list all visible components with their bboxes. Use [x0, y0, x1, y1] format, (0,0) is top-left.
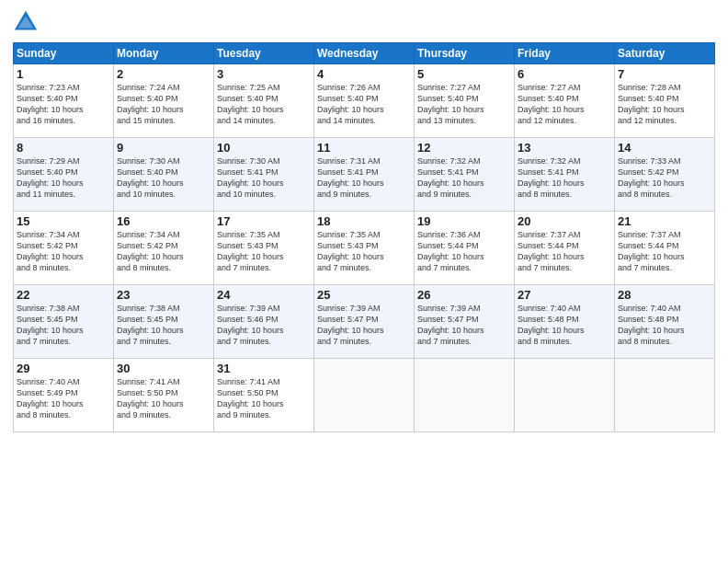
calendar-cell	[515, 359, 615, 432]
day-number: 9	[117, 141, 210, 155]
day-number: 29	[17, 362, 110, 375]
calendar-cell: 17Sunrise: 7:35 AM Sunset: 5:43 PM Dayli…	[214, 212, 314, 285]
day-number: 24	[217, 288, 311, 302]
calendar-cell: 1Sunrise: 7:23 AM Sunset: 5:40 PM Daylig…	[14, 64, 114, 138]
calendar-cell: 5Sunrise: 7:27 AM Sunset: 5:40 PM Daylig…	[415, 64, 515, 138]
calendar-cell: 25Sunrise: 7:39 AM Sunset: 5:47 PM Dayli…	[314, 285, 415, 359]
day-number: 17	[217, 214, 311, 228]
calendar-cell: 3Sunrise: 7:25 AM Sunset: 5:40 PM Daylig…	[214, 64, 314, 138]
day-info: Sunrise: 7:35 AM Sunset: 5:43 PM Dayligh…	[217, 229, 311, 274]
day-info: Sunrise: 7:39 AM Sunset: 5:47 PM Dayligh…	[417, 303, 511, 348]
calendar-cell: 20Sunrise: 7:37 AM Sunset: 5:44 PM Dayli…	[515, 212, 615, 285]
calendar-cell: 23Sunrise: 7:38 AM Sunset: 5:45 PM Dayli…	[114, 285, 214, 359]
day-number: 27	[518, 288, 611, 302]
day-number: 11	[317, 141, 411, 155]
calendar-cell: 8Sunrise: 7:29 AM Sunset: 5:40 PM Daylig…	[14, 138, 114, 212]
day-number: 10	[217, 141, 311, 155]
day-number: 23	[117, 288, 210, 302]
calendar-week-1: 8Sunrise: 7:29 AM Sunset: 5:40 PM Daylig…	[14, 138, 715, 212]
day-number: 14	[618, 141, 711, 155]
day-info: Sunrise: 7:32 AM Sunset: 5:41 PM Dayligh…	[518, 155, 611, 201]
calendar-cell: 16Sunrise: 7:34 AM Sunset: 5:42 PM Dayli…	[114, 212, 214, 285]
calendar-cell: 22Sunrise: 7:38 AM Sunset: 5:45 PM Dayli…	[14, 285, 114, 359]
calendar-cell: 26Sunrise: 7:39 AM Sunset: 5:47 PM Dayli…	[415, 285, 515, 359]
day-info: Sunrise: 7:23 AM Sunset: 5:40 PM Dayligh…	[17, 82, 110, 127]
day-number: 21	[618, 214, 711, 228]
day-info: Sunrise: 7:24 AM Sunset: 5:40 PM Dayligh…	[117, 82, 210, 127]
day-info: Sunrise: 7:34 AM Sunset: 5:42 PM Dayligh…	[117, 229, 210, 274]
day-info: Sunrise: 7:40 AM Sunset: 5:48 PM Dayligh…	[518, 303, 611, 348]
calendar-header-sunday: Sunday	[14, 43, 114, 64]
calendar-week-4: 29Sunrise: 7:40 AM Sunset: 5:49 PM Dayli…	[14, 359, 715, 432]
day-number: 19	[417, 214, 511, 228]
calendar-cell: 7Sunrise: 7:28 AM Sunset: 5:40 PM Daylig…	[615, 64, 715, 138]
calendar-week-2: 15Sunrise: 7:34 AM Sunset: 5:42 PM Dayli…	[14, 212, 715, 285]
calendar-cell: 11Sunrise: 7:31 AM Sunset: 5:41 PM Dayli…	[314, 138, 415, 212]
calendar-cell: 27Sunrise: 7:40 AM Sunset: 5:48 PM Dayli…	[515, 285, 615, 359]
calendar-header-monday: Monday	[114, 43, 214, 64]
day-info: Sunrise: 7:41 AM Sunset: 5:50 PM Dayligh…	[217, 376, 311, 421]
calendar-cell: 31Sunrise: 7:41 AM Sunset: 5:50 PM Dayli…	[214, 359, 314, 432]
calendar-header-wednesday: Wednesday	[314, 43, 415, 64]
calendar-cell: 4Sunrise: 7:26 AM Sunset: 5:40 PM Daylig…	[314, 64, 415, 138]
day-number: 25	[317, 288, 411, 302]
logo-icon	[13, 9, 39, 35]
day-info: Sunrise: 7:30 AM Sunset: 5:40 PM Dayligh…	[117, 155, 210, 201]
calendar-cell	[615, 359, 715, 432]
calendar-cell: 10Sunrise: 7:30 AM Sunset: 5:41 PM Dayli…	[214, 138, 314, 212]
day-number: 5	[417, 67, 511, 81]
day-info: Sunrise: 7:25 AM Sunset: 5:40 PM Dayligh…	[217, 82, 311, 127]
calendar-cell: 6Sunrise: 7:27 AM Sunset: 5:40 PM Daylig…	[515, 64, 615, 138]
day-info: Sunrise: 7:31 AM Sunset: 5:41 PM Dayligh…	[317, 155, 411, 201]
day-number: 2	[117, 67, 210, 81]
day-info: Sunrise: 7:27 AM Sunset: 5:40 PM Dayligh…	[518, 82, 611, 127]
day-number: 6	[518, 67, 611, 81]
day-info: Sunrise: 7:39 AM Sunset: 5:47 PM Dayligh…	[317, 303, 411, 348]
day-info: Sunrise: 7:40 AM Sunset: 5:48 PM Dayligh…	[618, 303, 711, 348]
day-info: Sunrise: 7:30 AM Sunset: 5:41 PM Dayligh…	[217, 155, 311, 201]
calendar-cell: 13Sunrise: 7:32 AM Sunset: 5:41 PM Dayli…	[515, 138, 615, 212]
calendar-header-saturday: Saturday	[615, 43, 715, 64]
calendar-cell: 14Sunrise: 7:33 AM Sunset: 5:42 PM Dayli…	[615, 138, 715, 212]
day-info: Sunrise: 7:27 AM Sunset: 5:40 PM Dayligh…	[417, 82, 511, 127]
day-number: 13	[518, 141, 611, 155]
day-number: 22	[17, 288, 110, 302]
calendar-header-tuesday: Tuesday	[214, 43, 314, 64]
calendar-cell: 24Sunrise: 7:39 AM Sunset: 5:46 PM Dayli…	[214, 285, 314, 359]
day-info: Sunrise: 7:35 AM Sunset: 5:43 PM Dayligh…	[317, 229, 411, 274]
calendar-cell: 29Sunrise: 7:40 AM Sunset: 5:49 PM Dayli…	[14, 359, 114, 432]
day-number: 12	[417, 141, 511, 155]
calendar-cell: 15Sunrise: 7:34 AM Sunset: 5:42 PM Dayli…	[14, 212, 114, 285]
day-number: 7	[618, 67, 711, 81]
calendar-cell: 18Sunrise: 7:35 AM Sunset: 5:43 PM Dayli…	[314, 212, 415, 285]
calendar-week-0: 1Sunrise: 7:23 AM Sunset: 5:40 PM Daylig…	[14, 64, 715, 138]
day-number: 4	[317, 67, 411, 81]
calendar-cell: 30Sunrise: 7:41 AM Sunset: 5:50 PM Dayli…	[114, 359, 214, 432]
day-info: Sunrise: 7:26 AM Sunset: 5:40 PM Dayligh…	[317, 82, 411, 127]
day-info: Sunrise: 7:28 AM Sunset: 5:40 PM Dayligh…	[618, 82, 711, 127]
calendar-cell	[314, 359, 415, 432]
calendar-table: SundayMondayTuesdayWednesdayThursdayFrid…	[13, 42, 715, 432]
calendar-cell: 9Sunrise: 7:30 AM Sunset: 5:40 PM Daylig…	[114, 138, 214, 212]
calendar-header-friday: Friday	[515, 43, 615, 64]
day-number: 20	[518, 214, 611, 228]
day-info: Sunrise: 7:37 AM Sunset: 5:44 PM Dayligh…	[518, 229, 611, 274]
day-number: 18	[317, 214, 411, 228]
calendar-week-3: 22Sunrise: 7:38 AM Sunset: 5:45 PM Dayli…	[14, 285, 715, 359]
calendar-cell: 2Sunrise: 7:24 AM Sunset: 5:40 PM Daylig…	[114, 64, 214, 138]
day-number: 8	[17, 141, 110, 155]
day-number: 1	[17, 67, 110, 81]
calendar-cell: 21Sunrise: 7:37 AM Sunset: 5:44 PM Dayli…	[615, 212, 715, 285]
calendar-header-row: SundayMondayTuesdayWednesdayThursdayFrid…	[14, 43, 715, 64]
day-info: Sunrise: 7:38 AM Sunset: 5:45 PM Dayligh…	[117, 303, 210, 348]
day-info: Sunrise: 7:39 AM Sunset: 5:46 PM Dayligh…	[217, 303, 311, 348]
calendar-header-thursday: Thursday	[415, 43, 515, 64]
day-info: Sunrise: 7:33 AM Sunset: 5:42 PM Dayligh…	[618, 155, 711, 201]
day-info: Sunrise: 7:40 AM Sunset: 5:49 PM Dayligh…	[17, 376, 110, 421]
day-number: 3	[217, 67, 311, 81]
day-info: Sunrise: 7:32 AM Sunset: 5:41 PM Dayligh…	[417, 155, 511, 201]
day-info: Sunrise: 7:41 AM Sunset: 5:50 PM Dayligh…	[117, 376, 210, 421]
day-info: Sunrise: 7:34 AM Sunset: 5:42 PM Dayligh…	[17, 229, 110, 274]
day-number: 31	[217, 362, 311, 375]
page: SundayMondayTuesdayWednesdayThursdayFrid…	[0, 0, 728, 563]
